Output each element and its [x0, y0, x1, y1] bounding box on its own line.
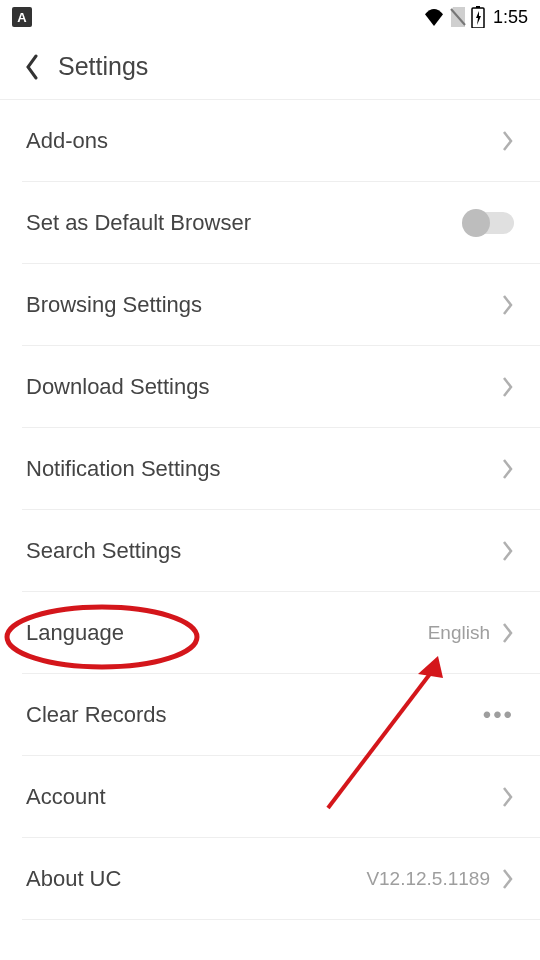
item-label: Language: [26, 620, 124, 646]
header: Settings: [0, 34, 540, 100]
item-label: Download Settings: [26, 374, 209, 400]
chevron-right-icon: [502, 786, 514, 808]
item-label: Set as Default Browser: [26, 210, 251, 236]
chevron-right-icon: [502, 376, 514, 398]
search-settings-item[interactable]: Search Settings: [22, 510, 540, 592]
item-label: Clear Records: [26, 702, 167, 728]
page-title: Settings: [58, 52, 148, 81]
settings-list: Add-ons Set as Default Browser Browsing …: [0, 100, 540, 920]
language-value: English: [428, 622, 490, 644]
chevron-right-icon: [502, 540, 514, 562]
chevron-right-icon: [502, 130, 514, 152]
default-browser-item[interactable]: Set as Default Browser: [22, 182, 540, 264]
status-bar: A 1:55: [0, 0, 540, 34]
addons-item[interactable]: Add-ons: [22, 100, 540, 182]
item-label: Add-ons: [26, 128, 108, 154]
item-label: Notification Settings: [26, 456, 220, 482]
item-label: Search Settings: [26, 538, 181, 564]
browsing-settings-item[interactable]: Browsing Settings: [22, 264, 540, 346]
wifi-icon: [423, 8, 445, 26]
back-button[interactable]: [14, 47, 50, 87]
toggle-knob-icon: [462, 209, 490, 237]
notification-settings-item[interactable]: Notification Settings: [22, 428, 540, 510]
app-badge-icon: A: [12, 7, 32, 27]
more-dots-icon: •••: [483, 701, 514, 729]
chevron-right-icon: [502, 868, 514, 890]
svg-rect-2: [476, 6, 480, 8]
battery-charging-icon: [471, 6, 485, 28]
chevron-right-icon: [502, 458, 514, 480]
about-version-value: V12.12.5.1189: [366, 868, 490, 890]
status-time: 1:55: [493, 7, 528, 28]
item-label: Browsing Settings: [26, 292, 202, 318]
account-item[interactable]: Account: [22, 756, 540, 838]
no-sim-icon: [449, 7, 467, 27]
chevron-left-icon: [24, 54, 40, 80]
chevron-right-icon: [502, 294, 514, 316]
chevron-right-icon: [502, 622, 514, 644]
clear-records-item[interactable]: Clear Records •••: [22, 674, 540, 756]
default-browser-toggle[interactable]: [464, 212, 514, 234]
item-label: About UC: [26, 866, 121, 892]
about-item[interactable]: About UC V12.12.5.1189: [22, 838, 540, 920]
item-label: Account: [26, 784, 106, 810]
download-settings-item[interactable]: Download Settings: [22, 346, 540, 428]
language-item[interactable]: Language English: [22, 592, 540, 674]
